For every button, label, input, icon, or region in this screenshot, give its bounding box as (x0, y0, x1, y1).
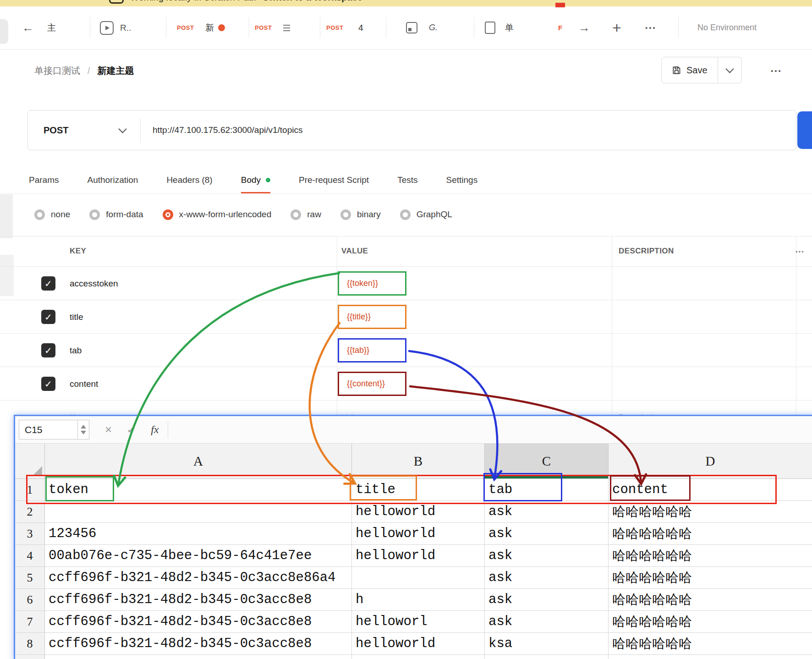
new-tab-plus-icon[interactable]: + (612, 6, 621, 49)
sheet-cell-d[interactable]: 哈哈哈哈哈哈 (609, 655, 812, 659)
column-header-d[interactable]: D (609, 444, 812, 479)
method-selector[interactable]: POST (28, 125, 140, 136)
column-header-a[interactable]: A (45, 444, 352, 479)
sheet-cell-a[interactable]: ccff696f-b321-48d2-b345-0c3acc8e86a4 (45, 567, 352, 589)
radio-binary[interactable]: binary (340, 209, 381, 220)
tab-dan-label[interactable]: 单 (505, 6, 514, 49)
sheet-cell-d[interactable]: 哈哈哈哈哈哈 (609, 523, 812, 545)
select-all-corner[interactable] (15, 444, 45, 479)
tab-tests[interactable]: Tests (397, 175, 417, 193)
tab-settings[interactable]: Settings (446, 175, 478, 193)
sheet-cell-c[interactable]: ask (485, 611, 609, 633)
row-header[interactable]: 6 (15, 589, 45, 611)
sheet-cell-a[interactable]: ccff696f-b321-48d2-b345-0c3acc8e8 (45, 655, 352, 659)
sheet-cell-a[interactable]: 00ab076e-c735-4bee-bc59-64c41e7ee (45, 545, 352, 567)
column-header-b[interactable]: B (352, 444, 485, 479)
sheet-cell-b[interactable]: helloworl (352, 611, 485, 633)
sheet-cell-b[interactable]: helloworld (352, 633, 485, 655)
sheet-cell-a[interactable]: ccff696f-b321-48d2-b345-0c3acc8e8 (45, 589, 352, 611)
tab3-title[interactable]: 4 (358, 6, 363, 49)
environment-selector[interactable]: No Environment (697, 6, 757, 49)
cancel-entry-icon[interactable]: × (105, 423, 112, 437)
partial-tab-label[interactable]: F (558, 6, 562, 49)
row-header[interactable]: 3 (15, 523, 45, 545)
tab-runner[interactable] (100, 6, 114, 49)
row-header[interactable]: 5 (15, 567, 45, 589)
sheet-cell-d[interactable]: 哈哈哈哈哈哈 (609, 589, 812, 611)
tab-params[interactable]: Params (29, 175, 59, 193)
grid-icon[interactable] (406, 6, 417, 49)
param-value-cell-content[interactable]: {{content}} (338, 372, 406, 396)
sheet-cell-c[interactable]: ask (485, 589, 609, 611)
sheet-cell-c[interactable]: ask (485, 655, 609, 659)
sheet-cell-b[interactable]: helloworld (352, 501, 485, 523)
sheet-cell-d[interactable]: 哈哈哈哈哈哈 (609, 633, 812, 655)
tab-body[interactable]: Body (241, 175, 270, 193)
name-box-spinner[interactable] (77, 420, 89, 439)
radio-graphql[interactable]: GraphQL (400, 209, 452, 220)
tab-authorization[interactable]: Authorization (87, 175, 138, 193)
cell-reference-box[interactable]: C15 (19, 420, 89, 439)
radio-none[interactable]: none (34, 209, 70, 220)
sheet-cell-d[interactable]: 哈哈哈哈哈哈 (609, 567, 812, 589)
sheet-cell-b[interactable]: helloworld (352, 545, 485, 567)
send-button[interactable] (797, 111, 812, 149)
radio-form-data[interactable]: form-data (89, 209, 143, 220)
param-value-cell-title[interactable]: {{title}} (338, 305, 406, 329)
row-checkbox[interactable]: ✓ (41, 377, 55, 391)
sheet-cell-b[interactable] (352, 567, 485, 589)
radio-raw[interactable]: raw (291, 209, 321, 220)
sheet-cell-c[interactable]: ksa (485, 633, 609, 655)
row-checkbox[interactable]: ✓ (41, 310, 55, 324)
sheet-cell-c[interactable]: ask (485, 501, 609, 523)
tab1-title[interactable]: 新 (205, 6, 214, 49)
radio-x-www-form-urlencoded[interactable]: x-www-form-urlencoded (163, 209, 272, 220)
tab1-method-label[interactable]: POST (177, 6, 194, 49)
param-key-cell[interactable]: tab (70, 334, 82, 367)
table-options-kebab-icon[interactable]: ••• (796, 248, 805, 255)
row-header[interactable]: 4 (15, 545, 45, 567)
tab3-method-label[interactable]: POST (326, 6, 343, 49)
save-options-button[interactable] (718, 57, 742, 83)
file-icon[interactable] (485, 6, 495, 49)
sheet-cell-c[interactable]: ask (485, 523, 609, 545)
list-icon[interactable] (283, 6, 290, 49)
row-header[interactable]: 2 (15, 501, 45, 523)
tab-headers[interactable]: Headers (8) (166, 175, 212, 193)
url-input[interactable]: http://47.100.175.62:3000/api/v1/topics (153, 125, 302, 135)
insert-function-icon[interactable]: fx (151, 423, 159, 436)
sheet-cell-a[interactable]: ccff696f-b321-48d2-b345-0c3acc8e8 (45, 633, 352, 655)
sheet-cell-b[interactable]: helloworld (352, 655, 485, 659)
sheet-cell-a[interactable]: 123456 (45, 523, 352, 545)
sheet-cell-d[interactable]: 哈哈哈哈哈哈 (609, 545, 812, 567)
breadcrumb-parent[interactable]: 单接口测试 (34, 65, 80, 77)
back-icon[interactable]: ← (22, 6, 34, 49)
confirm-entry-icon[interactable]: ✓ (126, 423, 136, 436)
request-kebab-icon[interactable]: ••• (771, 49, 782, 93)
sheet-cell-b[interactable]: h (352, 589, 485, 611)
row-header[interactable]: 7 (15, 611, 45, 633)
sheet-cell-c[interactable]: ask (485, 567, 609, 589)
tab-runner-label[interactable]: R.. (120, 6, 131, 49)
row-header[interactable]: 9 (15, 655, 45, 659)
param-key-cell[interactable]: accesstoken (70, 267, 118, 300)
switch-workspace-link[interactable]: Switch to a Workspace (263, 0, 362, 3)
row-checkbox[interactable]: ✓ (41, 276, 55, 291)
sheet-cell-a[interactable] (45, 501, 352, 523)
tab-home[interactable]: 主 (47, 6, 56, 49)
param-value-cell-token[interactable]: {{token}} (338, 271, 406, 296)
row-header[interactable]: 8 (15, 633, 45, 655)
spinner-down-icon[interactable] (81, 431, 86, 434)
tab-prerequest-script[interactable]: Pre-request Script (299, 175, 369, 193)
sheet-cell-c[interactable]: ask (485, 545, 609, 567)
row-checkbox[interactable]: ✓ (41, 343, 55, 357)
tab2-method-label[interactable]: POST (255, 6, 272, 49)
save-button[interactable]: Save (661, 57, 718, 83)
sheet-cell-d[interactable]: 哈哈哈哈哈哈 (609, 611, 812, 633)
spinner-up-icon[interactable] (81, 425, 86, 428)
tab-options-kebab-icon[interactable]: ••• (645, 6, 657, 49)
sheet-cell-d[interactable]: 哈哈哈哈哈哈 (609, 501, 812, 523)
param-value-cell-tab[interactable]: {{tab}} (338, 338, 406, 362)
sheet-cell-b[interactable]: helloworld (352, 523, 485, 545)
param-key-cell[interactable]: title (70, 300, 83, 334)
